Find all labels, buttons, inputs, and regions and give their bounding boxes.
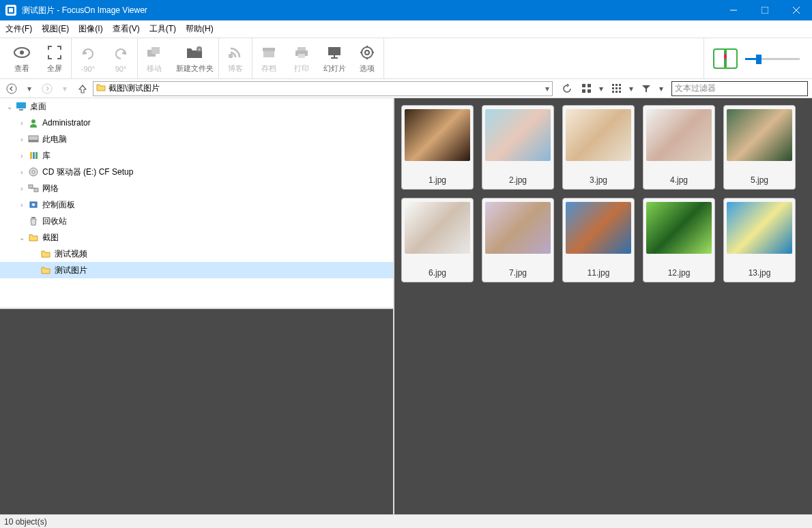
tree-item[interactable]: 测试图片 xyxy=(0,262,393,278)
path-text: 截图\测试图片 xyxy=(108,83,545,94)
thumbnail[interactable]: 7.jpg xyxy=(482,198,554,282)
thumbnail[interactable]: 1.jpg xyxy=(401,105,474,190)
tree-label: 测试视频 xyxy=(55,248,87,260)
filter-input[interactable]: 文本过滤器 xyxy=(671,81,808,96)
filter-button[interactable] xyxy=(639,81,654,96)
forward-dropdown-icon[interactable]: ▾ xyxy=(57,81,72,96)
svg-rect-15 xyxy=(298,54,305,58)
svg-rect-42 xyxy=(16,102,26,108)
svg-rect-31 xyxy=(582,89,585,93)
svg-rect-52 xyxy=(29,185,33,188)
tree-item[interactable]: › Administrator xyxy=(0,115,393,131)
thumbnail[interactable]: 6.jpg xyxy=(401,198,474,282)
maximize-button[interactable] xyxy=(749,0,781,20)
tree-label: 此电脑 xyxy=(42,134,67,145)
tree-label: 桌面 xyxy=(30,101,46,113)
sort-dropdown-icon[interactable]: ▾ xyxy=(628,81,635,96)
tree-arrow-icon[interactable]: › xyxy=(16,119,27,127)
tree-arrow-icon[interactable]: › xyxy=(16,136,27,143)
svg-point-51 xyxy=(32,171,35,173)
blog-button[interactable]: 博客 xyxy=(219,40,252,78)
tree-item[interactable]: ⌄ 桌面 xyxy=(0,98,393,115)
thumbnail[interactable]: 3.jpg xyxy=(562,105,635,190)
thumbnail-name: 2.jpg xyxy=(509,175,527,185)
view-button[interactable]: 查看 xyxy=(5,40,38,78)
tree-arrow-icon[interactable]: ⌄ xyxy=(4,103,15,111)
rotate-left-button[interactable]: -90° xyxy=(72,40,104,78)
tree-arrow-icon[interactable]: › xyxy=(16,201,27,209)
back-dropdown-icon[interactable]: ▾ xyxy=(22,81,37,96)
tree-item[interactable]: › 控制面板 xyxy=(0,196,393,213)
nav-back-button[interactable] xyxy=(4,81,19,96)
menu-view[interactable]: 视图(E) xyxy=(42,23,69,35)
tree-item[interactable]: 回收站 xyxy=(0,213,393,229)
menubar: 文件(F) 视图(E) 图像(I) 查看(V) 工具(T) 帮助(H) xyxy=(0,20,812,38)
newfolder-button[interactable]: + 新建文件夹 xyxy=(171,40,218,78)
menu-look[interactable]: 查看(V) xyxy=(113,23,140,35)
thumbnail[interactable]: 2.jpg xyxy=(482,105,554,190)
menu-tools[interactable]: 工具(T) xyxy=(149,23,176,35)
nav-up-button[interactable] xyxy=(75,81,90,96)
options-button[interactable]: 选项 xyxy=(351,40,383,78)
thumbnail[interactable]: 5.jpg xyxy=(723,105,796,190)
print-icon xyxy=(294,43,309,62)
zoom-slider[interactable] xyxy=(745,52,800,65)
desktop-icon xyxy=(15,102,27,111)
thumbnail-name: 11.jpg xyxy=(588,268,610,278)
thumbnail[interactable]: 11.jpg xyxy=(562,198,635,282)
view-large-icons-button[interactable] xyxy=(579,81,594,96)
svg-point-56 xyxy=(32,203,35,206)
thumbnail-name: 1.jpg xyxy=(429,175,446,185)
thumbnail-area[interactable]: 1.jpg 2.jpg 3.jpg 4.jpg 5.jpg 6.jpg 7.jp… xyxy=(394,98,812,514)
menu-file[interactable]: 文件(F) xyxy=(5,23,32,35)
close-button[interactable] xyxy=(781,0,812,20)
svg-rect-29 xyxy=(582,84,585,87)
tree-item[interactable]: › 此电脑 xyxy=(0,131,393,147)
svg-rect-37 xyxy=(615,87,618,89)
user-icon xyxy=(27,118,40,128)
tree-arrow-icon[interactable]: ⌄ xyxy=(16,234,27,241)
folder-tree[interactable]: ⌄ 桌面 › Administrator › 此电脑 › 库 › CD 驱动器 … xyxy=(0,98,393,309)
tree-item[interactable]: › 库 xyxy=(0,147,393,164)
rotate-right-button[interactable]: 90° xyxy=(104,40,137,78)
move-button[interactable]: 移动 xyxy=(138,40,171,78)
view-dropdown-icon[interactable]: ▾ xyxy=(598,81,605,96)
thumbnail[interactable]: 4.jpg xyxy=(643,105,715,190)
svg-rect-8 xyxy=(151,47,160,54)
path-input[interactable]: 截图\测试图片 ▾ xyxy=(93,81,553,96)
thumbnail[interactable]: 12.jpg xyxy=(643,198,715,282)
svg-rect-2 xyxy=(762,7,768,14)
svg-rect-49 xyxy=(35,152,38,159)
archive-icon xyxy=(261,43,276,62)
tree-item[interactable]: ⌄ 截图 xyxy=(0,229,393,246)
thumbnail-name: 3.jpg xyxy=(590,175,607,185)
tree-arrow-icon[interactable]: › xyxy=(16,168,27,176)
nav-forward-button[interactable] xyxy=(40,81,55,96)
svg-rect-40 xyxy=(615,91,618,93)
menu-help[interactable]: 帮助(H) xyxy=(186,23,214,35)
view-small-icons-button[interactable] xyxy=(609,81,624,96)
print-button[interactable]: 打印 xyxy=(285,40,318,78)
refresh-button[interactable] xyxy=(560,81,575,96)
fullscreen-button[interactable]: 全屏 xyxy=(38,40,71,78)
statusbar: 10 object(s) xyxy=(0,514,812,528)
lib-icon xyxy=(27,151,40,160)
thumbnail[interactable]: 13.jpg xyxy=(723,198,796,282)
path-dropdown-icon[interactable]: ▾ xyxy=(545,84,549,93)
tree-item[interactable]: 测试视频 xyxy=(0,246,393,262)
thumbnail-name: 5.jpg xyxy=(751,175,768,185)
minimize-button[interactable] xyxy=(718,0,749,20)
slideshow-button[interactable]: 幻灯片 xyxy=(318,40,351,78)
tree-arrow-icon[interactable]: › xyxy=(16,152,27,160)
tree-item[interactable]: › 网络 xyxy=(0,180,393,196)
tree-item[interactable]: › CD 驱动器 (E:) CF Setup xyxy=(0,164,393,180)
svg-rect-46 xyxy=(29,140,38,142)
menu-image[interactable]: 图像(I) xyxy=(78,23,102,35)
tree-arrow-icon[interactable]: › xyxy=(16,185,27,192)
svg-rect-48 xyxy=(33,152,35,159)
svg-point-6 xyxy=(20,50,24,55)
filter-dropdown-icon[interactable]: ▾ xyxy=(658,81,665,96)
archive-button[interactable]: 存档 xyxy=(252,40,285,78)
folder-icon xyxy=(40,250,52,258)
slideshow-icon xyxy=(327,43,342,62)
